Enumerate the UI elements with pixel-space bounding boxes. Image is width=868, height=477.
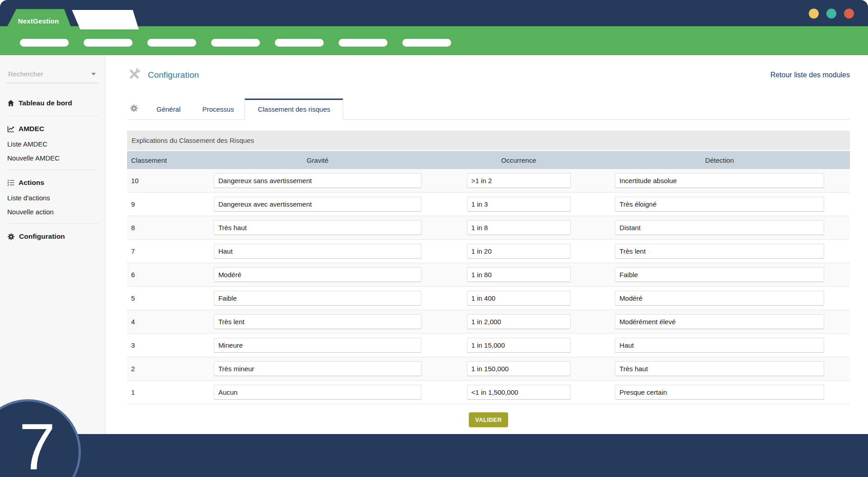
gear-icon <box>130 106 138 114</box>
classement-value: 10 <box>127 177 214 184</box>
table-row: 2 <box>127 357 850 381</box>
step-badge-number: 7 <box>19 414 56 477</box>
table-header-row: Classement Gravité Occurrence Détection <box>127 151 850 169</box>
sidebar-item-label: AMDEC <box>19 125 44 133</box>
gravite-input[interactable] <box>214 361 421 376</box>
sidebar-item-label: Configuration <box>19 232 65 241</box>
valider-button[interactable]: VALIDER <box>469 412 508 427</box>
gravite-input[interactable] <box>214 220 421 235</box>
occurrence-input[interactable] <box>467 220 571 235</box>
gravite-input[interactable] <box>214 173 421 188</box>
detection-input[interactable] <box>615 291 824 306</box>
detection-input[interactable] <box>615 314 824 329</box>
secondary-tab-placeholder[interactable] <box>72 10 139 29</box>
nav-pill-placeholder[interactable] <box>147 39 196 47</box>
occurrence-input[interactable] <box>467 197 571 212</box>
detection-input[interactable] <box>615 220 824 235</box>
sidebar-item-nouvelle-action[interactable]: Nouvelle action <box>6 205 99 219</box>
occurrence-input[interactable] <box>467 291 571 306</box>
list-check-icon <box>7 179 14 186</box>
sidebar-divider <box>6 223 99 224</box>
table-row: 7 <box>127 240 850 263</box>
tab-processus[interactable]: Processus <box>191 99 245 119</box>
detection-input[interactable] <box>615 267 824 282</box>
detection-input[interactable] <box>615 197 824 212</box>
nav-pill-group <box>20 39 451 47</box>
occurrence-input[interactable] <box>467 338 571 353</box>
occurrence-input[interactable] <box>467 267 571 282</box>
tab-classement-des-risques[interactable]: Classement des risques <box>245 99 343 120</box>
submit-row: VALIDER <box>127 404 850 434</box>
search-input[interactable] <box>7 70 90 78</box>
gravite-input[interactable] <box>214 197 421 212</box>
gravite-input[interactable] <box>214 244 421 259</box>
gear-icon <box>7 233 15 241</box>
chart-icon <box>7 125 14 132</box>
occurrence-input[interactable] <box>467 173 571 188</box>
sidebar-item-label: Liste d'actions <box>7 194 50 202</box>
sidebar-item-label: Tableau de bord <box>19 99 72 107</box>
risk-ranking-panel: Explications du Classement des Risques C… <box>127 131 850 434</box>
occurrence-input[interactable] <box>467 314 571 329</box>
table-row: 4 <box>127 310 850 334</box>
table-row: 3 <box>127 334 850 357</box>
table-row: 6 <box>127 263 850 287</box>
sidebar-item-liste-d-actions[interactable]: Liste d'actions <box>6 191 99 205</box>
sidebar-item-label: Actions <box>19 179 44 187</box>
gravite-input[interactable] <box>214 385 421 400</box>
main-content: Configuration Retour liste des modules <box>105 55 868 434</box>
occurrence-input[interactable] <box>467 244 571 259</box>
table-body: 10987654321 <box>127 169 850 404</box>
detection-input[interactable] <box>615 338 824 353</box>
sidebar-item-amdec[interactable]: AMDEC <box>6 121 99 137</box>
sidebar-item-actions[interactable]: Actions <box>6 175 99 191</box>
dot-red[interactable] <box>844 9 854 19</box>
gravite-input[interactable] <box>214 314 421 329</box>
classement-value: 9 <box>127 200 214 208</box>
gravite-input[interactable] <box>214 291 421 306</box>
nav-pill-placeholder[interactable] <box>275 39 324 47</box>
tools-icon <box>127 67 142 83</box>
sidebar-item-label: Liste AMDEC <box>7 140 47 148</box>
dot-teal[interactable] <box>826 9 836 19</box>
table-row: 5 <box>127 287 850 310</box>
dot-yellow[interactable] <box>809 9 819 19</box>
column-header-gravite: Gravité <box>214 156 421 164</box>
classement-value: 2 <box>127 365 214 373</box>
sidebar-item-label: Nouvelle action <box>7 208 54 216</box>
tab-bar: Général Processus Classement des risques <box>127 98 850 120</box>
nav-pill-placeholder[interactable] <box>339 39 387 47</box>
detection-input[interactable] <box>615 361 824 376</box>
sidebar-item-liste-amdec[interactable]: Liste AMDEC <box>6 137 99 151</box>
tab-general[interactable]: Général <box>146 99 191 119</box>
chevron-down-icon[interactable] <box>91 73 96 76</box>
sidebar-divider <box>6 116 99 116</box>
gravite-input[interactable] <box>214 267 421 282</box>
occurrence-input[interactable] <box>467 361 571 376</box>
page-header: Configuration Retour liste des modules <box>127 67 850 83</box>
home-icon <box>7 99 14 107</box>
gravite-input[interactable] <box>214 338 421 353</box>
table-row: 9 <box>127 193 850 216</box>
occurrence-input[interactable] <box>467 385 571 400</box>
back-to-modules-link[interactable]: Retour liste des modules <box>770 71 850 79</box>
nav-pill-placeholder[interactable] <box>20 39 69 47</box>
window-controls <box>809 9 854 19</box>
classement-value: 4 <box>127 318 214 326</box>
detection-input[interactable] <box>615 173 824 188</box>
nav-pill-placeholder[interactable] <box>211 39 260 47</box>
sidebar-item-configuration[interactable]: Configuration <box>6 228 99 245</box>
sidebar-item-label: Nouvelle AMDEC <box>7 154 60 162</box>
footer-bar <box>0 434 868 477</box>
sidebar-item-nouvelle-amdec[interactable]: Nouvelle AMDEC <box>6 151 99 165</box>
detection-input[interactable] <box>615 385 824 400</box>
classement-value: 8 <box>127 224 214 231</box>
nav-pill-placeholder[interactable] <box>402 39 451 47</box>
search-box <box>6 68 99 83</box>
sidebar-item-tableau-de-bord[interactable]: Tableau de bord <box>6 95 99 111</box>
tab-gear[interactable] <box>127 98 146 119</box>
detection-input[interactable] <box>615 244 824 259</box>
table-row: 1 <box>127 381 850 404</box>
page-title: Configuration <box>148 70 199 80</box>
nav-pill-placeholder[interactable] <box>84 39 132 47</box>
